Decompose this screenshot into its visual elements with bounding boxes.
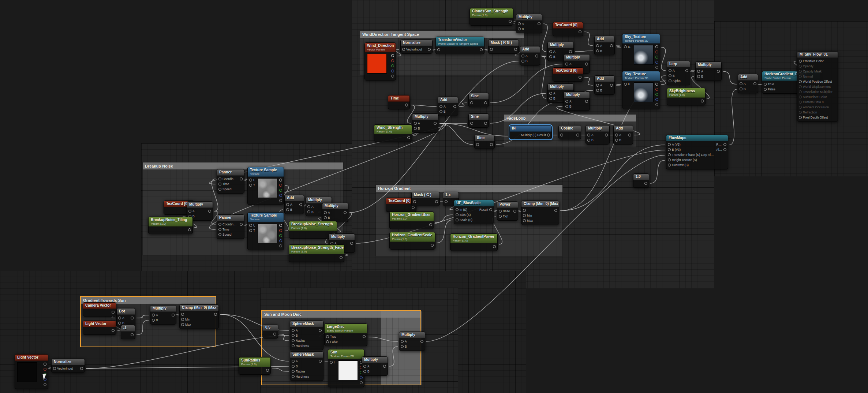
output-pin-icon[interactable] (489, 208, 492, 211)
output-pin-icon[interactable] (538, 22, 540, 25)
output-pin-icon[interactable] (340, 256, 343, 259)
output-pin-icon[interactable] (717, 70, 720, 73)
node-flowmaps[interactable]: FlowMapsA (V3)B (V3)Transition Phase (S)… (666, 135, 728, 169)
node-power[interactable]: PowerBaseExp (497, 201, 518, 221)
node-uf-biasscale[interactable]: UF_BiasScaleIn (S)Bias (S)Scale (S)Resul… (454, 200, 494, 224)
input-pin-icon[interactable] (799, 85, 802, 88)
input-pin-icon[interactable] (401, 345, 404, 348)
input-pin-icon[interactable] (565, 105, 568, 108)
node-light-vector-main[interactable]: Light Vector (15, 354, 48, 389)
output-pin-icon[interactable] (554, 209, 557, 212)
output-pin-icon[interactable] (579, 30, 581, 33)
node-dot[interactable]: DotAB (116, 308, 135, 328)
input-pin-icon[interactable] (307, 205, 310, 208)
output-pin-icon[interactable] (585, 63, 588, 66)
input-pin-icon[interactable] (668, 158, 671, 161)
input-pin-icon[interactable] (799, 70, 802, 73)
output-pin-icon[interactable] (391, 54, 394, 57)
input-pin-icon[interactable] (324, 211, 327, 214)
output-pin-icon[interactable] (655, 103, 658, 106)
output-pin-icon[interactable] (279, 239, 282, 242)
node-header[interactable]: Horizon_GradientScaleParam (1.0) (390, 232, 435, 242)
output-pin-icon[interactable] (723, 143, 726, 146)
node-header[interactable]: Clamp (Min=0) (Max=1) (521, 201, 559, 207)
input-pin-icon[interactable] (799, 101, 802, 104)
node-transform-vector[interactable]: TransformVectorWorld Space to Tangent Sp… (435, 37, 484, 54)
node-header[interactable]: BreakupNoise_TilingParam (1.0) (149, 217, 192, 227)
input-pin-icon[interactable] (596, 49, 599, 52)
output-pin-icon[interactable] (569, 50, 572, 53)
output-pin-icon[interactable] (360, 381, 363, 384)
input-pin-icon[interactable] (218, 188, 221, 191)
input-pin-icon[interactable] (799, 90, 802, 93)
input-pin-icon[interactable] (615, 139, 618, 142)
input-pin-icon[interactable] (152, 319, 155, 322)
input-pin-icon[interactable] (414, 122, 417, 125)
output-pin-icon[interactable] (605, 134, 608, 136)
input-pin-icon[interactable] (799, 116, 802, 119)
input-pin-icon[interactable] (523, 219, 526, 222)
output-pin-icon[interactable] (383, 365, 386, 368)
output-pin-icon[interactable] (266, 369, 269, 372)
output-pin-icon[interactable] (655, 88, 658, 91)
node-time-a[interactable]: Time (388, 95, 410, 109)
output-pin-icon[interactable] (655, 98, 658, 101)
input-pin-icon[interactable] (549, 55, 552, 58)
input-pin-icon[interactable] (218, 183, 221, 186)
node-header[interactable]: Sine (475, 135, 494, 141)
node-header[interactable]: Mask ( R G ) (489, 40, 519, 46)
node-header[interactable]: LargeDiscStatic Switch Param (325, 324, 367, 333)
input-pin-icon[interactable] (518, 22, 521, 25)
node-header[interactable]: Add (614, 126, 633, 132)
input-pin-icon[interactable] (53, 367, 56, 370)
node-header[interactable]: UF_BiasScale (454, 200, 494, 206)
comment-header[interactable]: Horizon Gradient (376, 185, 562, 192)
node-clamp-grad[interactable]: Clamp (Min=0) (Max=1)MinMax (179, 304, 219, 329)
node-header[interactable]: CloudsSun_StrengthParam (1.0) (470, 8, 513, 18)
node-material-output[interactable]: M_Sky_Flow_01Emissive ColorOpacityOpacit… (797, 51, 838, 122)
input-pin-icon[interactable] (799, 65, 802, 68)
output-pin-icon[interactable] (644, 182, 647, 185)
output-pin-icon[interactable] (428, 48, 431, 51)
node-header[interactable]: Sine (469, 93, 489, 100)
node-sun-radius[interactable]: SunRadiusParam (1.0) (239, 357, 271, 375)
node-header[interactable]: -1 (121, 325, 135, 332)
input-pin-icon[interactable] (799, 106, 802, 109)
input-pin-icon[interactable] (363, 365, 366, 368)
node-light-vector-grad[interactable]: Light Vector (83, 321, 116, 335)
node-mask-g[interactable]: Mask ( G ) (411, 192, 440, 206)
node-header[interactable]: SunRadiusParam (1.0) (239, 358, 270, 367)
input-pin-icon[interactable] (615, 134, 618, 136)
input-pin-icon[interactable] (445, 200, 448, 203)
output-pin-icon[interactable] (509, 20, 512, 23)
input-pin-icon[interactable] (668, 143, 671, 146)
output-pin-icon[interactable] (723, 148, 726, 151)
node-header[interactable]: SunTexture Param 2D (328, 349, 364, 359)
output-pin-icon[interactable] (655, 56, 658, 59)
input-pin-icon[interactable] (181, 313, 184, 316)
node-header[interactable]: Multiply (696, 62, 721, 68)
input-pin-icon[interactable] (697, 75, 700, 78)
input-pin-icon[interactable] (740, 82, 742, 85)
node-fadeloop-in[interactable]: INMultiply (5) Result (509, 125, 552, 139)
node-header[interactable]: Multiply (329, 234, 355, 240)
input-pin-icon[interactable] (499, 210, 502, 213)
output-pin-icon[interactable] (429, 223, 432, 226)
node-header[interactable]: Cosine (559, 126, 581, 132)
node-header[interactable]: Normalize (52, 359, 85, 365)
input-pin-icon[interactable] (669, 69, 671, 72)
input-pin-icon[interactable] (188, 210, 191, 213)
node-multiply-uv-d[interactable]: MultiplyAB (564, 91, 590, 111)
input-pin-icon[interactable] (249, 229, 252, 232)
node-header[interactable]: Add (285, 195, 304, 201)
input-pin-icon[interactable] (799, 111, 802, 114)
input-pin-icon[interactable] (249, 224, 252, 227)
output-pin-icon[interactable] (319, 329, 322, 332)
output-pin-icon[interactable] (112, 329, 115, 332)
node-header[interactable]: Multiply (322, 203, 348, 209)
output-pin-icon[interactable] (279, 199, 282, 202)
input-pin-icon[interactable] (565, 63, 568, 66)
output-pin-icon[interactable] (391, 75, 394, 78)
output-pin-icon[interactable] (610, 84, 613, 87)
node-wind-strength[interactable]: Wind_StrengthParam (1.0) (374, 124, 412, 142)
